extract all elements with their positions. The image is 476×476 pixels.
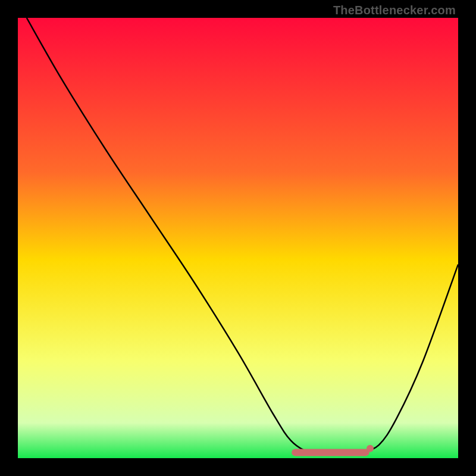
chart-svg xyxy=(18,18,458,458)
attribution-label: TheBottlenecker.com xyxy=(333,4,456,17)
chart-frame: TheBottlenecker.com xyxy=(0,0,476,476)
chart-plot-area xyxy=(18,18,458,458)
gradient-background xyxy=(18,18,458,458)
optimal-range-end-dot xyxy=(367,445,374,452)
